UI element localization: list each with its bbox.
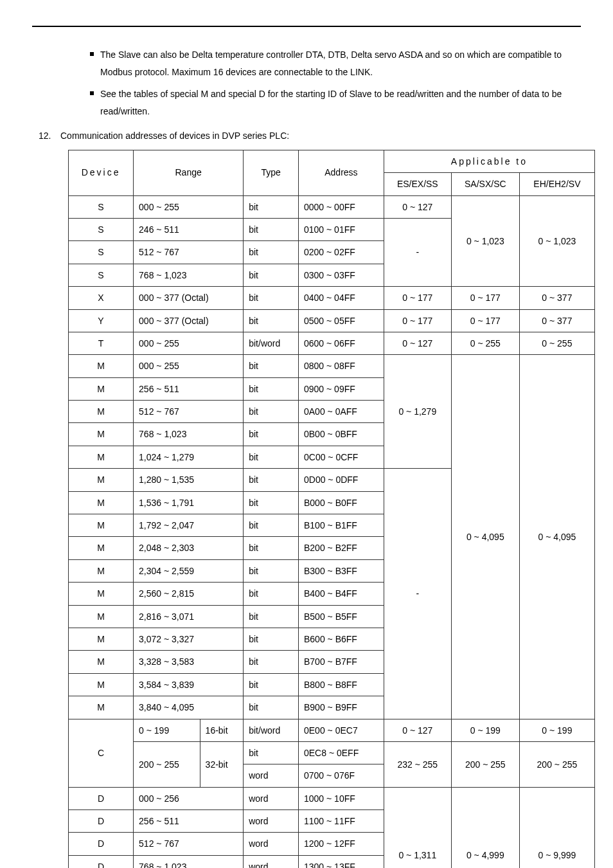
cell-es: - <box>384 218 451 286</box>
cell-type: bit <box>244 583 299 605</box>
cell-address: 0C00 ~ 0CFF <box>299 446 384 468</box>
cell-address: 0800 ~ 08FF <box>299 355 384 377</box>
col-applicable: Applicable to <box>384 150 594 172</box>
cell-range: 000 ~ 255 <box>134 195 244 218</box>
cell-es: 232 ~ 255 <box>384 741 451 787</box>
cell-type: bit/word <box>244 719 299 741</box>
cell-type: bit <box>244 218 299 240</box>
cell-type: bit <box>244 309 299 332</box>
item-number: 12. <box>39 129 60 143</box>
bullet-list: The Slave can also be Delta temperature … <box>90 46 581 120</box>
cell-type: bit <box>244 514 299 537</box>
cell-address: B500 ~ B5FF <box>299 605 384 628</box>
cell-eh: 0 ~ 9,999 <box>519 787 594 868</box>
cell-device: M <box>69 696 134 719</box>
cell-range: 2,048 ~ 2,303 <box>134 537 244 559</box>
table-header-row: Device Range Type Address Applicable to <box>69 150 595 172</box>
cell-type: bit <box>244 651 299 673</box>
table-row: 200 ~ 255 32-bit bit 0EC8 ~ 0EFF 232 ~ 2… <box>69 741 595 764</box>
cell-range: 000 ~ 256 <box>134 787 244 809</box>
cell-device: Y <box>69 309 134 332</box>
cell-device: M <box>69 514 134 537</box>
cell-range: 200 ~ 255 <box>134 741 200 787</box>
cell-type: bit <box>244 423 299 446</box>
cell-address: B200 ~ B2FF <box>299 537 384 559</box>
col-sa: SA/SX/SC <box>451 173 519 195</box>
table-row: Y 000 ~ 377 (Octal) bit 0500 ~ 05FF 0 ~ … <box>69 309 595 332</box>
cell-address: 1300 ~ 13FF <box>299 855 384 868</box>
cell-type: bit <box>244 696 299 719</box>
cell-address: B000 ~ B0FF <box>299 491 384 514</box>
cell-device: M <box>69 628 134 650</box>
cell-range: 768 ~ 1,023 <box>134 264 244 286</box>
cell-device: M <box>69 605 134 628</box>
device-address-table: Device Range Type Address Applicable to … <box>68 150 595 868</box>
cell-type: bit <box>244 264 299 286</box>
cell-eh: 0 ~ 199 <box>519 719 594 741</box>
cell-range: 000 ~ 377 (Octal) <box>134 287 244 309</box>
cell-eh: 0 ~ 1,023 <box>519 195 594 287</box>
col-device: Device <box>69 150 134 195</box>
cell-eh: 200 ~ 255 <box>519 741 594 787</box>
cell-range: 1,792 ~ 2,047 <box>134 514 244 537</box>
bullet-item: See the tables of special M and special … <box>90 86 581 120</box>
cell-type: word <box>244 855 299 868</box>
cell-range: 512 ~ 767 <box>134 401 244 423</box>
cell-address: 0D00 ~ 0DFF <box>299 469 384 491</box>
cell-type: bit <box>244 628 299 650</box>
cell-address: B800 ~ B8FF <box>299 673 384 696</box>
cell-device: M <box>69 491 134 514</box>
cell-address: 0900 ~ 09FF <box>299 377 384 400</box>
cell-sa: 0 ~ 4,999 <box>451 787 519 868</box>
cell-range: 0 ~ 199 <box>134 719 200 741</box>
cell-address: B900 ~ B9FF <box>299 696 384 719</box>
table-row: X 000 ~ 377 (Octal) bit 0400 ~ 04FF 0 ~ … <box>69 287 595 309</box>
col-address: Address <box>299 150 384 195</box>
cell-sa: 200 ~ 255 <box>451 741 519 787</box>
bullet-item: The Slave can also be Delta temperature … <box>90 46 581 80</box>
cell-range: 2,816 ~ 3,071 <box>134 605 244 628</box>
cell-address: 0A00 ~ 0AFF <box>299 401 384 423</box>
cell-es: - <box>384 469 451 719</box>
cell-type: bit <box>244 537 299 559</box>
cell-type: bit <box>244 741 299 764</box>
cell-device: M <box>69 401 134 423</box>
cell-range: 000 ~ 377 (Octal) <box>134 309 244 332</box>
cell-es: 0 ~ 177 <box>384 287 451 309</box>
cell-range: 512 ~ 767 <box>134 241 244 264</box>
cell-eh: 0 ~ 255 <box>519 332 594 354</box>
cell-address: 1100 ~ 11FF <box>299 810 384 833</box>
cell-device: M <box>69 583 134 605</box>
cell-device: D <box>69 810 134 833</box>
cell-type: bit <box>244 195 299 218</box>
cell-range: 000 ~ 255 <box>134 332 244 354</box>
square-bullet-icon <box>90 52 94 56</box>
cell-type: word <box>244 787 299 809</box>
cell-es: 0 ~ 127 <box>384 719 451 741</box>
cell-type: bit <box>244 377 299 400</box>
cell-type: bit/word <box>244 332 299 354</box>
col-eh: EH/EH2/SV <box>519 173 594 195</box>
cell-range: 256 ~ 511 <box>134 377 244 400</box>
cell-range: 2,304 ~ 2,559 <box>134 559 244 582</box>
table-row: M 000 ~ 255 bit 0800 ~ 08FF 0 ~ 1,279 0 … <box>69 355 595 377</box>
cell-sa: 0 ~ 1,023 <box>451 195 519 287</box>
cell-device: M <box>69 355 134 377</box>
cell-device: X <box>69 287 134 309</box>
cell-device: T <box>69 332 134 354</box>
cell-address: 0EC8 ~ 0EFF <box>299 741 384 764</box>
cell-es: 0 ~ 1,311 <box>384 787 451 868</box>
col-range: Range <box>134 150 244 195</box>
col-type: Type <box>244 150 299 195</box>
cell-range: 2,560 ~ 2,815 <box>134 583 244 605</box>
cell-eh: 0 ~ 4,095 <box>519 355 594 719</box>
table-row: C 0 ~ 199 16-bit bit/word 0E00 ~ 0EC7 0 … <box>69 719 595 741</box>
cell-es: 0 ~ 127 <box>384 195 451 218</box>
cell-range: 1,024 ~ 1,279 <box>134 446 244 468</box>
square-bullet-icon <box>90 91 94 95</box>
cell-address: 0300 ~ 03FF <box>299 264 384 286</box>
cell-type: bit <box>244 605 299 628</box>
cell-range: 256 ~ 511 <box>134 810 244 833</box>
table-row: S 000 ~ 255 bit 0000 ~ 00FF 0 ~ 127 0 ~ … <box>69 195 595 218</box>
cell-device: D <box>69 855 134 868</box>
